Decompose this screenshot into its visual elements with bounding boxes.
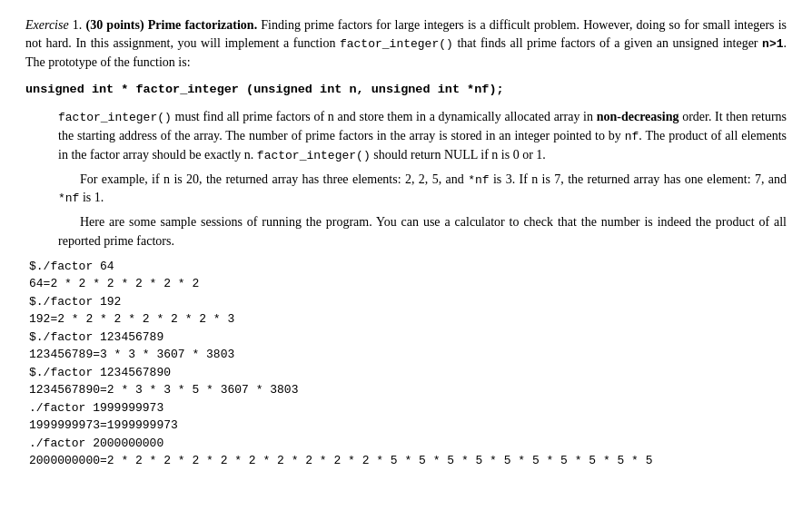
code-line-10: 1999999973=1999999973 (29, 417, 787, 435)
body3-text: Here are some sample sessions of running… (58, 215, 787, 247)
code-line-4: 192=2 * 2 * 2 * 2 * 2 * 2 * 3 (29, 310, 787, 329)
intro-paragraph: Exercise 1. (30 points) Prime factorizat… (25, 16, 787, 72)
code-line-7: $./factor 1234567890 (29, 364, 787, 382)
body1-text4: should return NULL if n is 0 or 1. (371, 148, 546, 162)
prototype-code: unsigned int * factor_integer (unsigned … (25, 83, 504, 96)
function-desc: that finds all prime factors of a given … (457, 36, 758, 50)
code-line-11: ./factor 2000000000 (29, 435, 787, 453)
body1-func2: factor_integer() (257, 149, 371, 162)
code-line-12: 2000000000=2 * 2 * 2 * 2 * 2 * 2 * 2 * 2… (29, 452, 787, 470)
function-name-inline: factor_integer() (340, 37, 453, 51)
code-line-3: $./factor 192 (29, 293, 787, 311)
exercise-title: Prime factorization. (148, 18, 257, 32)
body-paragraph-3: Here are some sample sessions of running… (25, 213, 787, 250)
body1-text: must find all prime factors of n and sto… (172, 110, 597, 123)
body-paragraph-1: factor_integer() must find all prime fac… (25, 108, 787, 165)
exercise-number-value: 1 (73, 18, 79, 32)
exercise-label: Exercise (25, 18, 69, 32)
body1-nf: nf (625, 130, 639, 143)
exercise-points: (30 points) (86, 18, 144, 32)
prototype-text: The prototype of the function is: (25, 55, 191, 69)
body2-text: For example, if n is 20, the returned ar… (58, 172, 787, 205)
exercise-block: Exercise 1. (30 points) Prime factorizat… (25, 16, 787, 470)
param-n: n>1 (762, 37, 783, 51)
code-line-1: $./factor 64 (29, 258, 787, 276)
code-line-8: 1234567890=2 * 3 * 3 * 5 * 3607 * 3803 (29, 381, 787, 399)
body-paragraph-2: For example, if n is 20, the returned ar… (25, 171, 787, 209)
code-line-9: ./factor 1999999973 (29, 399, 787, 417)
body1-func: factor_integer() (58, 111, 172, 124)
function-prototype: unsigned int * factor_integer (unsigned … (25, 81, 787, 99)
code-block: $./factor 64 64=2 * 2 * 2 * 2 * 2 * 2 $.… (25, 258, 787, 470)
code-line-6: 123456789=3 * 3 * 3607 * 3803 (29, 346, 787, 364)
code-line-5: $./factor 123456789 (29, 329, 787, 347)
code-line-2: 64=2 * 2 * 2 * 2 * 2 * 2 (29, 275, 787, 293)
body1-bold: non-decreasing (597, 110, 679, 123)
